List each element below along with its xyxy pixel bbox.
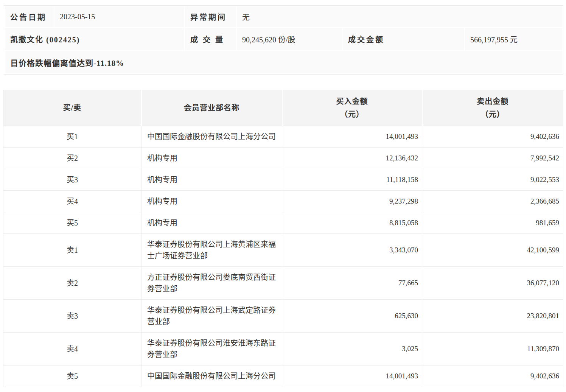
sell-amount-cell: 9,402,636 bbox=[422, 366, 563, 387]
summary-row-stock: 凯撒文化 (002425) 成 交 量 90,245,620 份/股 成交金额 … bbox=[5, 28, 562, 50]
sell-amount-cell: 9,022,553 bbox=[422, 169, 563, 191]
sell-amount-cell: 981,659 bbox=[422, 212, 563, 234]
broker-table-header-row: 买/卖 会员营业部名称 买入金额 （元） 卖出金额 （元） bbox=[3, 90, 563, 126]
branch-cell: 方正证券股份有限公司娄底南贸西街证 券营业部 bbox=[142, 267, 282, 300]
buy-amount-cell: 9,237,298 bbox=[282, 191, 422, 212]
header-buy-amount: 买入金额 （元） bbox=[282, 90, 422, 126]
sell-amount-cell: 42,100,599 bbox=[422, 234, 563, 267]
summary-row-deviation: 日价格跌幅偏离值达到-11.18% bbox=[5, 51, 562, 73]
table-row: 买4 机构专用 9,237,298 2,366,685 bbox=[3, 191, 563, 212]
volume-value: 90,245,620 份/股 bbox=[237, 28, 342, 50]
branch-cell: 中国国际金融股份有限公司上海分公司 bbox=[142, 366, 282, 387]
broker-table: 买/卖 会员营业部名称 买入金额 （元） 卖出金额 （元） 买1 中国国际金融股… bbox=[3, 90, 563, 387]
sell-amount-cell: 23,820,801 bbox=[422, 300, 563, 333]
table-row: 买1 中国国际金融股份有限公司上海分公司 14,001,493 9,402,63… bbox=[3, 126, 563, 148]
buy-amount-cell: 3,025 bbox=[282, 333, 422, 366]
summary-table: 公告日期 2023-05-15 异常期间 无 凯撒文化 (002425) 成 交… bbox=[4, 5, 563, 75]
branch-cell: 机构专用 bbox=[142, 169, 282, 191]
stock-name: 凯撒文化 (002425) bbox=[5, 28, 184, 50]
buy-amount-cell: 12,136,432 bbox=[282, 148, 422, 169]
side-cell: 买5 bbox=[3, 212, 142, 234]
branch-cell: 机构专用 bbox=[142, 191, 282, 212]
table-row: 买2 机构专用 12,136,432 7,992,542 bbox=[3, 148, 563, 169]
header-buy-sell: 买/卖 bbox=[3, 90, 142, 126]
buy-amount-cell: 11,118,158 bbox=[282, 169, 422, 191]
side-cell: 卖1 bbox=[3, 234, 142, 267]
side-cell: 卖4 bbox=[3, 333, 142, 366]
table-row: 卖2 方正证券股份有限公司娄底南贸西街证 券营业部 77,665 36,077,… bbox=[3, 267, 563, 300]
turnover-value: 566,197,955 元 bbox=[465, 28, 562, 50]
announce-date-label: 公告日期 bbox=[5, 6, 54, 27]
side-cell: 卖5 bbox=[3, 366, 142, 387]
buy-amount-cell: 14,001,493 bbox=[282, 126, 422, 148]
table-row: 卖3 华泰证券股份有限公司上海武定路证券 营业部 625,630 23,820,… bbox=[3, 300, 563, 333]
table-row: 卖4 华泰证券股份有限公司淮安淮海东路证 券营业部 3,025 11,309,8… bbox=[3, 333, 563, 366]
header-branch-name: 会员营业部名称 bbox=[142, 90, 282, 126]
header-sell-amount: 卖出金额 （元） bbox=[422, 90, 563, 126]
branch-cell: 机构专用 bbox=[142, 148, 282, 169]
table-row: 买3 机构专用 11,118,158 9,022,553 bbox=[3, 169, 563, 191]
branch-cell: 中国国际金融股份有限公司上海分公司 bbox=[142, 126, 282, 148]
branch-cell: 华泰证券股份有限公司上海黄浦区来福 士广场证券营业部 bbox=[142, 234, 282, 267]
side-cell: 买4 bbox=[3, 191, 142, 212]
turnover-label: 成交金额 bbox=[343, 28, 464, 50]
branch-cell: 机构专用 bbox=[142, 212, 282, 234]
volume-label: 成 交 量 bbox=[185, 28, 236, 50]
buy-amount-cell: 77,665 bbox=[282, 267, 422, 300]
branch-cell: 华泰证券股份有限公司淮安淮海东路证 券营业部 bbox=[142, 333, 282, 366]
side-cell: 买2 bbox=[3, 148, 142, 169]
sell-amount-cell: 9,402,636 bbox=[422, 126, 563, 148]
sell-amount-cell: 7,992,542 bbox=[422, 148, 563, 169]
table-row: 卖1 华泰证券股份有限公司上海黄浦区来福 士广场证券营业部 3,343,070 … bbox=[3, 234, 563, 267]
deviation-note: 日价格跌幅偏离值达到-11.18% bbox=[5, 51, 562, 73]
abnormal-period-label: 异常期间 bbox=[185, 6, 236, 27]
side-cell: 卖3 bbox=[3, 300, 142, 333]
side-cell: 买1 bbox=[3, 126, 142, 148]
side-cell: 卖2 bbox=[3, 267, 142, 300]
sell-amount-cell: 11,309,870 bbox=[422, 333, 563, 366]
table-row: 买5 机构专用 8,815,058 981,659 bbox=[3, 212, 563, 234]
sell-amount-cell: 2,366,685 bbox=[422, 191, 563, 212]
side-cell: 买3 bbox=[3, 169, 142, 191]
sell-amount-cell: 36,077,120 bbox=[422, 267, 563, 300]
announce-date-value: 2023-05-15 bbox=[54, 6, 184, 27]
abnormal-period-value: 无 bbox=[237, 6, 562, 27]
branch-cell: 华泰证券股份有限公司上海武定路证券 营业部 bbox=[142, 300, 282, 333]
summary-row-dates: 公告日期 2023-05-15 异常期间 无 bbox=[5, 6, 562, 27]
buy-amount-cell: 625,630 bbox=[282, 300, 422, 333]
buy-amount-cell: 8,815,058 bbox=[282, 212, 422, 234]
buy-amount-cell: 3,343,070 bbox=[282, 234, 422, 267]
buy-amount-cell: 14,001,493 bbox=[282, 366, 422, 387]
table-row: 卖5 中国国际金融股份有限公司上海分公司 14,001,493 9,402,63… bbox=[3, 366, 563, 387]
